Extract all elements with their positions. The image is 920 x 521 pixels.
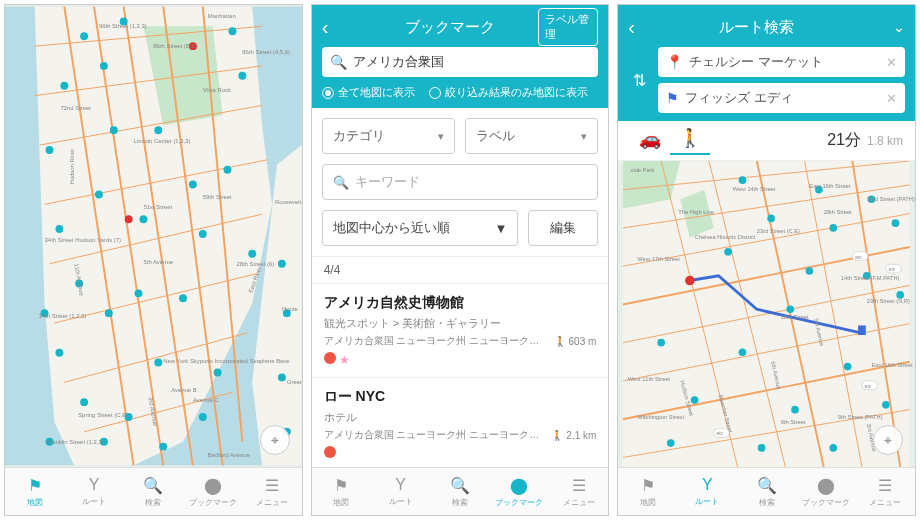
keyword-input[interactable]: 🔍キーワード: [322, 164, 599, 200]
tab-search[interactable]: 🔍検索: [430, 468, 489, 515]
item-category: 観光スポット > 美術館・ギャラリー: [324, 316, 597, 331]
svg-text:18th Street: 18th Street: [781, 314, 809, 320]
list-item[interactable]: ロー NYC ホテル アメリカ合衆国 ニューヨーク州 ニューヨーク州・ニューヨー…: [312, 377, 609, 467]
radio-filtered-map[interactable]: 絞り込み結果のみ地図に表示: [429, 85, 588, 100]
search-value: アメリカ合衆国: [353, 53, 591, 71]
header-title: ルート検索: [668, 18, 845, 37]
item-location: アメリカ合衆国 ニューヨーク州 ニューヨーク州・ニューヨーク: [324, 428, 546, 442]
svg-point-104: [739, 348, 747, 356]
clear-icon[interactable]: ✕: [886, 91, 897, 106]
tab-bar: ⚑地図 Yルート 🔍検索 ⬤ブックマーク ☰メニュー: [618, 467, 915, 515]
radio-all-map[interactable]: 全て地図に表示: [322, 85, 415, 100]
svg-point-21: [154, 126, 162, 134]
svg-point-24: [224, 166, 232, 174]
svg-text:Spring Street (C,E): Spring Street (C,E): [78, 412, 128, 418]
pin-icon: 📍: [666, 54, 683, 70]
svg-text:etc: etc: [865, 384, 872, 389]
svg-point-92: [739, 176, 747, 184]
compass-button[interactable]: ⌖: [260, 425, 290, 455]
route-map-canvas[interactable]: side Park The High Line Chelsea Historic…: [618, 161, 915, 467]
svg-text:Avenue B: Avenue B: [171, 387, 197, 393]
svg-point-32: [135, 289, 143, 297]
bookmark-list[interactable]: アメリカ自然史博物館 観光スポット > 美術館・ギャラリー アメリカ合衆国 ニュ…: [312, 283, 609, 467]
to-field[interactable]: ⚑ フィッシズ エディ ✕: [658, 83, 905, 113]
svg-text:Vista Rock: Vista Rock: [203, 87, 231, 93]
tab-bookmark[interactable]: ⬤ブックマーク: [796, 468, 855, 515]
person-icon: 🚶: [554, 336, 566, 347]
svg-text:23th Street (N,R): 23th Street (N,R): [867, 298, 910, 304]
svg-text:59th Street: 59th Street: [203, 194, 232, 200]
tab-menu[interactable]: ☰メニュー: [856, 468, 915, 515]
to-value: フィッシズ エディ: [685, 89, 886, 107]
screen-route: ‹ ルート検索 ⌄ ⇅ 📍 チェルシー マーケット ✕ ⚑ フィッシズ エディ …: [617, 4, 916, 516]
tab-bookmark[interactable]: ⬤ブックマーク: [490, 468, 549, 515]
item-distance: 🚶2.1 km: [551, 430, 596, 441]
sort-select[interactable]: 地図中心から近い順▼: [322, 210, 519, 246]
tab-menu[interactable]: ☰メニュー: [242, 468, 301, 515]
svg-point-14: [80, 32, 88, 40]
svg-point-103: [658, 339, 666, 347]
tab-bookmark[interactable]: ⬤ブックマーク: [183, 468, 242, 515]
mode-walk[interactable]: 🚶: [670, 127, 710, 155]
tab-map[interactable]: ⚑地図: [618, 468, 677, 515]
tab-menu[interactable]: ☰メニュー: [549, 468, 608, 515]
svg-text:Chelsea Historic District: Chelsea Historic District: [695, 234, 756, 240]
chevron-down-icon: ▾: [438, 130, 444, 143]
label-manage-button[interactable]: ラベル管理: [538, 8, 598, 46]
swap-button[interactable]: ⇅: [628, 71, 650, 90]
svg-text:side Park: side Park: [631, 167, 655, 173]
back-icon[interactable]: ‹: [628, 16, 635, 39]
svg-text:East 16th Street: East 16th Street: [872, 362, 913, 368]
mode-row: 🚗 🚶 21分 1.8 km: [618, 121, 915, 161]
label-select[interactable]: ラベル▾: [465, 118, 598, 154]
svg-point-29: [248, 250, 256, 258]
svg-text:9th Street (PATH): 9th Street (PATH): [838, 414, 883, 420]
mode-car[interactable]: 🚗: [630, 128, 670, 154]
route-header: ‹ ルート検索 ⌄ ⇅ 📍 チェルシー マーケット ✕ ⚑ フィッシズ エディ …: [618, 5, 915, 121]
category-select[interactable]: カテゴリ▾: [322, 118, 455, 154]
tab-map[interactable]: ⚑地図: [312, 468, 371, 515]
svg-text:East 19th Street: East 19th Street: [810, 183, 851, 189]
svg-text:Hunte: Hunte: [282, 306, 299, 312]
route-time: 21分: [827, 130, 861, 151]
list-item[interactable]: アメリカ自然史博物館 観光スポット > 美術館・ギャラリー アメリカ合衆国 ニュ…: [312, 283, 609, 377]
search-icon: 🔍: [330, 54, 347, 70]
svg-point-23: [189, 181, 197, 189]
search-icon: 🔍: [450, 476, 470, 495]
svg-point-30: [278, 260, 286, 268]
svg-point-27: [139, 215, 147, 223]
chevron-down-icon[interactable]: ⌄: [893, 19, 905, 35]
map-canvas[interactable]: Manhattan 96th Street (1,2,3) 86th Stree…: [5, 5, 302, 467]
svg-text:28th Street (6): 28th Street (6): [236, 261, 274, 267]
tab-route[interactable]: Yルート: [371, 468, 430, 515]
svg-point-20: [110, 126, 118, 134]
chevron-down-icon: ▼: [494, 221, 507, 236]
svg-text:etc: etc: [856, 255, 863, 260]
tab-route[interactable]: Yルート: [64, 468, 123, 515]
back-icon[interactable]: ‹: [322, 16, 329, 39]
tab-route[interactable]: Yルート: [678, 468, 737, 515]
compass-button[interactable]: ⌖: [873, 425, 903, 455]
svg-text:etc: etc: [889, 267, 896, 272]
route-icon: Y: [89, 476, 100, 494]
svg-text:23rd Street (C,E): 23rd Street (C,E): [757, 228, 800, 234]
tab-search[interactable]: 🔍検索: [737, 468, 796, 515]
menu-icon: ☰: [265, 476, 279, 495]
svg-point-17: [60, 82, 68, 90]
svg-point-40: [80, 398, 88, 406]
from-field[interactable]: 📍 チェルシー マーケット ✕: [658, 47, 905, 77]
svg-text:Franklin Street (1,2,3): Franklin Street (1,2,3): [47, 439, 104, 445]
svg-point-18: [100, 62, 108, 70]
svg-point-96: [830, 224, 838, 232]
svg-text:33rd Street (PATH): 33rd Street (PATH): [867, 196, 915, 202]
svg-text:14th Street (F,M,PATH): 14th Street (F,M,PATH): [841, 275, 900, 281]
header-title: ブックマーク: [362, 18, 539, 37]
svg-point-99: [806, 267, 814, 275]
clear-icon[interactable]: ✕: [886, 55, 897, 70]
svg-text:96th Street (1,2,3): 96th Street (1,2,3): [99, 23, 147, 29]
svg-point-35: [105, 309, 113, 317]
tab-map[interactable]: ⚑地図: [5, 468, 64, 515]
tab-search[interactable]: 🔍検索: [124, 468, 183, 515]
country-search-field[interactable]: 🔍 アメリカ合衆国: [322, 47, 599, 77]
edit-button[interactable]: 編集: [528, 210, 598, 246]
